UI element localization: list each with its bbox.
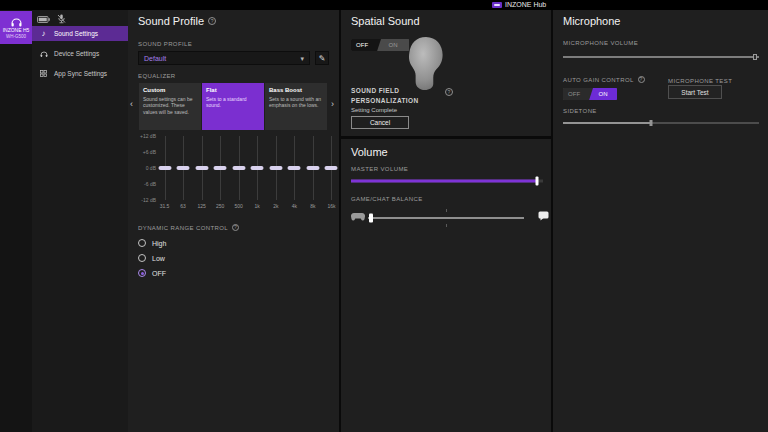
sidebar-item-label: App Sync Settings xyxy=(54,70,107,77)
eq-handle[interactable] xyxy=(177,166,190,170)
sound-profile-dropdown[interactable]: Default ▾ xyxy=(138,51,310,65)
chevron-down-icon: ▾ xyxy=(300,55,304,62)
preset-card-flat[interactable]: Flat Sets to a standard sound. xyxy=(202,83,264,130)
toggle-off-segment[interactable]: OFF xyxy=(563,88,593,100)
sound-field-line2: PERSONALIZATION xyxy=(351,96,419,106)
game-chat-balance-label: GAME/CHAT BALANCE xyxy=(351,196,423,202)
sidebar-item-sound-settings[interactable]: ♪ Sound Settings xyxy=(32,26,128,41)
inzone-hub-window: INZONE Hub INZONE H5 WH-G500 ♪ Sound Set… xyxy=(0,0,768,432)
eq-band-slider[interactable]: 63 xyxy=(177,136,190,200)
sidetone-label: SIDETONE xyxy=(563,108,597,114)
eq-band-slider[interactable]: 1k xyxy=(251,136,264,200)
chat-bubble-icon xyxy=(538,207,549,225)
toggle-on-label: ON xyxy=(389,42,398,48)
preset-description: Sets to a standard sound. xyxy=(206,96,260,109)
preset-card-custom[interactable]: Custom Sound settings can be customized.… xyxy=(139,83,201,130)
equalizer-graph: +12 dB+6 dB0 dB-6 dB-12 dB 31.5631252505… xyxy=(128,132,339,212)
game-chat-balance-slider[interactable] xyxy=(368,213,524,223)
carousel-next-icon[interactable]: › xyxy=(331,100,334,109)
toggle-off-segment[interactable]: OFF xyxy=(351,39,381,51)
center-tick xyxy=(446,209,447,212)
toggle-on-segment[interactable]: ON xyxy=(589,88,617,100)
sidetone-slider[interactable] xyxy=(563,118,759,128)
eq-handle[interactable] xyxy=(251,166,264,170)
eq-handle[interactable] xyxy=(325,166,338,170)
sound-profile-title-text: Sound Profile xyxy=(138,15,204,27)
volume-title: Volume xyxy=(351,146,388,158)
slider-handle[interactable] xyxy=(536,177,539,186)
eq-band-label: 2k xyxy=(273,203,278,209)
slider-track xyxy=(368,217,524,219)
microphone-volume-slider[interactable] xyxy=(563,52,759,62)
sidebar-item-label: Sound Settings xyxy=(54,30,98,37)
eq-handle[interactable] xyxy=(306,166,319,170)
eq-handle[interactable] xyxy=(214,166,227,170)
sidebar-rail xyxy=(0,10,32,432)
music-note-icon: ♪ xyxy=(39,29,48,38)
start-test-button[interactable]: Start Test xyxy=(668,85,722,99)
eq-band-slider[interactable]: 500 xyxy=(232,136,245,200)
eq-handle[interactable] xyxy=(269,166,282,170)
slider-handle[interactable] xyxy=(753,54,757,60)
battery-icon xyxy=(37,16,50,23)
drc-label: DYNAMIC RANGE CONTROL xyxy=(138,225,228,231)
microphone-panel: Microphone MICROPHONE VOLUME AUTO GAIN C… xyxy=(553,10,768,432)
help-icon[interactable]: ? xyxy=(445,88,453,96)
preset-card-bass-boost[interactable]: Bass Boost Sets to a sound with an empha… xyxy=(265,83,327,130)
eq-band-slider[interactable]: 8k xyxy=(306,136,319,200)
eq-y-axis: +12 dB+6 dB0 dB-6 dB-12 dB xyxy=(130,133,156,203)
agc-header: AUTO GAIN CONTROL ? xyxy=(563,76,645,83)
setting-status-text: Setting Complete xyxy=(351,107,397,113)
spatial-sound-toggle[interactable]: ON OFF xyxy=(351,39,409,51)
slider-handle[interactable] xyxy=(650,120,653,126)
app-title-group: INZONE Hub xyxy=(492,1,546,9)
sidebar-item-device-settings[interactable]: Device Settings xyxy=(32,46,128,61)
drc-option-off[interactable]: OFF xyxy=(138,267,166,279)
sidebar-item-label: Device Settings xyxy=(54,50,99,57)
edit-profile-button[interactable]: ✎ xyxy=(315,51,329,65)
eq-band-label: 500 xyxy=(235,203,243,209)
slider-fill xyxy=(563,122,651,124)
drc-option-low[interactable]: Low xyxy=(138,252,165,264)
sidebar-item-app-sync-settings[interactable]: App Sync Settings xyxy=(32,66,128,81)
eq-band-slider[interactable]: 16k xyxy=(325,136,338,200)
eq-band-slider[interactable]: 125 xyxy=(195,136,208,200)
radio-label: High xyxy=(152,240,166,247)
drc-header: DYNAMIC RANGE CONTROL ? xyxy=(138,224,239,231)
equalizer-label: EQUALIZER xyxy=(138,73,176,79)
eq-handle[interactable] xyxy=(195,166,208,170)
carousel-prev-icon[interactable]: ‹ xyxy=(130,100,133,109)
eq-band-slider[interactable]: 31.5 xyxy=(158,136,171,200)
spatial-sound-title: Spatial Sound xyxy=(351,15,420,27)
eq-band-slider[interactable]: 250 xyxy=(214,136,227,200)
sidebar: INZONE H5 WH-G500 ♪ Sound Settings Devic… xyxy=(0,10,128,432)
volume-title-text: Volume xyxy=(351,146,388,158)
drc-option-high[interactable]: High xyxy=(138,237,166,249)
eq-band-slider[interactable]: 4k xyxy=(288,136,301,200)
toggle-off-label: OFF xyxy=(568,91,580,97)
radio-label: OFF xyxy=(152,270,166,277)
help-icon[interactable]: ? xyxy=(208,17,216,25)
eq-handle[interactable] xyxy=(232,166,245,170)
eq-band-slider[interactable]: 2k xyxy=(269,136,282,200)
radio-icon xyxy=(138,269,146,277)
microphone-title: Microphone xyxy=(563,15,620,27)
help-icon[interactable]: ? xyxy=(232,224,239,231)
master-volume-slider[interactable] xyxy=(351,176,543,186)
sound-profile-title: Sound Profile ? xyxy=(138,15,216,27)
eq-band-label: 16k xyxy=(327,203,335,209)
headphones-icon xyxy=(10,17,23,27)
eq-handle[interactable] xyxy=(288,166,301,170)
agc-label: AUTO GAIN CONTROL xyxy=(563,77,634,83)
spatial-volume-panel: Spatial Sound ON OFF SOUND FIELD PERSONA… xyxy=(341,10,551,432)
cancel-button[interactable]: Cancel xyxy=(351,116,409,129)
slider-handle[interactable] xyxy=(369,214,373,223)
device-tile[interactable]: INZONE H5 WH-G500 xyxy=(0,11,32,44)
center-tick xyxy=(446,224,447,227)
auto-gain-control-toggle[interactable]: ON OFF xyxy=(563,88,617,100)
help-icon[interactable]: ? xyxy=(638,76,645,83)
titlebar[interactable]: INZONE Hub xyxy=(0,0,768,10)
slider-track xyxy=(563,56,759,58)
eq-handle[interactable] xyxy=(158,166,171,170)
app-title: INZONE Hub xyxy=(505,1,546,9)
